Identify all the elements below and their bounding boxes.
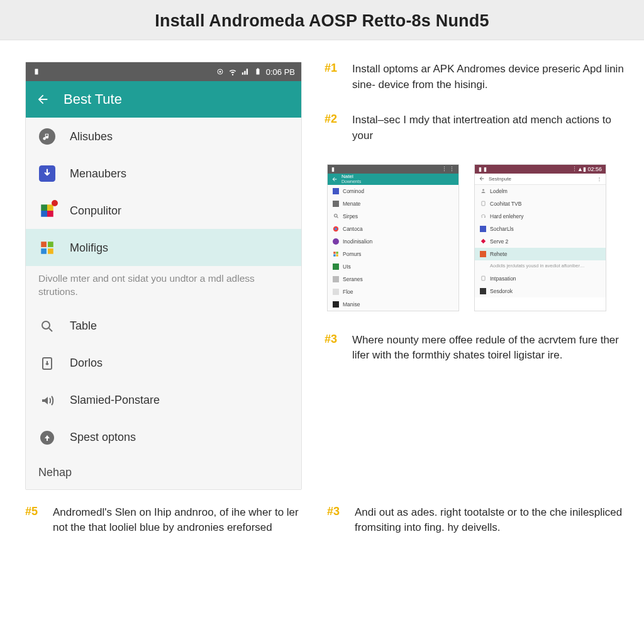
step-2: #2 Instal–sec I mdy that intertreation a… <box>325 113 626 143</box>
menu-label: Table <box>70 319 97 333</box>
svg-rect-22 <box>481 201 484 206</box>
mini-item[interactable]: Cantoca <box>328 223 458 235</box>
mini-item[interactable]: UIs <box>328 260 458 273</box>
menu-label: Dorlos <box>70 357 103 370</box>
mini-item[interactable]: Floe <box>328 286 458 298</box>
mini-item[interactable]: Coohitat TVB <box>475 197 606 210</box>
mini-item[interactable]: Manise <box>328 298 458 311</box>
battery-icon <box>253 67 262 76</box>
wifi-icon: ⋮ ⋮ <box>441 166 455 172</box>
battery-small-icon: ▮ <box>331 166 335 172</box>
menu-note: Divolle mter and ont sidat you undtor a … <box>26 266 301 308</box>
square-icon <box>480 251 486 257</box>
app-bar: Best Tute <box>26 81 301 118</box>
person-icon <box>480 188 486 194</box>
mini-statusbar: ▮ ⋮ ⋮ <box>328 165 458 174</box>
status-time: 0:06 PB <box>266 67 295 77</box>
svg-rect-3 <box>256 69 259 75</box>
menu-label: Menaubers <box>70 167 126 180</box>
mini-b-time: 02:56 <box>587 166 602 172</box>
step-mark: #3 <box>325 333 343 364</box>
menu-list: Alisubes Menaubers Conpulitor <box>26 118 301 489</box>
menu-item-table[interactable]: Table <box>26 308 301 345</box>
step-text: Andi out as ades. right tootalste or to … <box>355 505 626 536</box>
svg-point-21 <box>482 189 484 191</box>
svg-point-16 <box>335 228 336 230</box>
square-icon <box>333 264 339 270</box>
svg-rect-10 <box>48 248 53 254</box>
menu-label: Slamied-Ponstare <box>70 394 160 407</box>
svg-rect-19 <box>333 254 335 256</box>
step-5: #5 Andromedl's Slen on Ihip andnroo, of … <box>25 505 302 536</box>
doc-icon <box>480 201 486 207</box>
signal-icon <box>241 67 250 76</box>
step-3: #3 Where nounty mere offee redule of the… <box>325 333 626 364</box>
menu-label: Conpulitor <box>70 204 121 218</box>
mini-item[interactable]: SocharLls <box>475 223 606 235</box>
svg-rect-7 <box>41 242 47 247</box>
windows-icon <box>333 251 339 257</box>
square-icon <box>333 201 339 207</box>
mini-item[interactable]: Inodinisalion <box>328 235 458 248</box>
mini-item[interactable]: Seranes <box>328 273 458 286</box>
step-mark: #2 <box>325 113 343 143</box>
menu-label: Spest optons <box>70 431 136 444</box>
badge-dot-icon <box>52 200 58 206</box>
mini-item[interactable]: Pomurs <box>328 248 458 260</box>
music-icon <box>38 128 56 145</box>
svg-rect-17 <box>333 252 335 253</box>
svg-point-14 <box>334 214 337 218</box>
menu-item-alisubes[interactable]: Alisubes <box>26 118 301 155</box>
back-arrow-icon[interactable] <box>36 92 50 106</box>
mini-item[interactable]: Hard enlehery <box>475 210 606 223</box>
mini-item[interactable]: Sesdorok <box>475 285 606 297</box>
sound-icon <box>38 392 56 409</box>
step-3b: #3 Andi out as ades. right tootalste or … <box>327 505 626 536</box>
square-icon <box>333 276 339 282</box>
mini-item[interactable]: Lodelm <box>475 185 606 197</box>
mini-a-sub: Downents <box>341 179 361 184</box>
menu-item-slamied[interactable]: Slamied-Ponstare <box>26 382 301 419</box>
menu-item-molifigs[interactable]: Molifigs <box>26 229 301 266</box>
menu-label: Molifigs <box>70 242 108 255</box>
menu-item-dorlos[interactable]: Dorlos <box>26 345 301 382</box>
doc-down-icon <box>38 355 56 372</box>
phone-mock: 0:06 PB Best Tute Alisubes <box>25 62 302 490</box>
menu-item-menaubers[interactable]: Menaubers <box>26 155 301 192</box>
square-icon <box>333 301 339 308</box>
wifi-icon: ⋮▲▮ <box>572 166 586 172</box>
download-icon <box>38 165 56 182</box>
diamond-icon <box>480 238 486 245</box>
status-bar: 0:06 PB <box>26 62 301 81</box>
menu-item-conpulitor[interactable]: Conpulitor <box>26 192 301 229</box>
battery-small-icon <box>32 67 41 76</box>
wifi-icon <box>228 67 237 76</box>
windows-icon <box>38 239 56 257</box>
overflow-icon[interactable]: ⋮ <box>597 176 602 182</box>
page-header: Install Andromeda AOSP Retto-8s Nund5 <box>0 0 644 40</box>
mini-item[interactable]: Serve 2 <box>475 235 606 248</box>
menu-item-spest[interactable]: Spest optons <box>26 419 301 456</box>
doc-icon <box>480 275 486 282</box>
svg-rect-0 <box>35 69 38 75</box>
mini-appbar: Sestnpute ⋮ <box>475 174 606 185</box>
share-icon <box>38 429 56 447</box>
mini-item[interactable]: Cominod <box>328 185 458 197</box>
photos-icon <box>38 202 56 219</box>
mini-appbar: Natel Downents <box>328 174 458 185</box>
mini-item[interactable]: Intpasation <box>475 272 606 285</box>
mini-item[interactable]: Rehete <box>475 248 606 260</box>
mini-b-title: Sestnpute <box>489 176 511 182</box>
page-title: Install Andromeda AOSP Retto-8s Nund5 <box>0 11 644 31</box>
mini-item[interactable]: Menate <box>328 197 458 210</box>
mini-screenshots: ▮ ⋮ ⋮ Natel Downents Cominod Menate Sirp… <box>327 164 626 311</box>
mini-item[interactable]: Sirpes <box>328 210 458 223</box>
circle-icon <box>333 238 339 245</box>
back-arrow-icon <box>479 175 485 182</box>
headphones-icon <box>480 213 486 219</box>
mini-a-title: Natel <box>341 174 361 179</box>
location-icon <box>216 67 225 76</box>
menu-label: Alisubes <box>70 130 113 143</box>
svg-rect-8 <box>48 242 53 247</box>
search-icon <box>333 213 339 219</box>
